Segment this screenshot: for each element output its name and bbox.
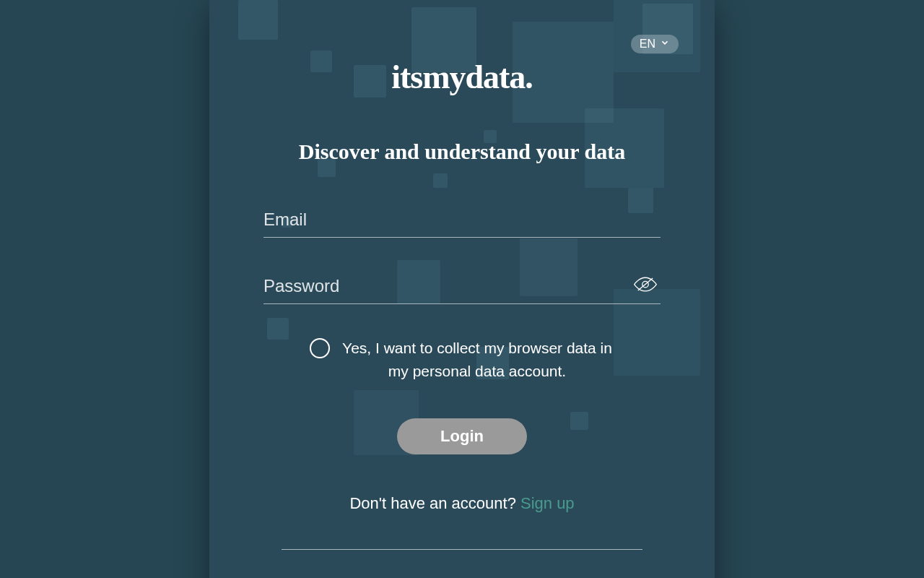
footer-divider bbox=[282, 549, 642, 550]
consent-label: Yes, I want to collect my browser data i… bbox=[340, 337, 614, 382]
email-input-group bbox=[263, 204, 661, 238]
svg-line-1 bbox=[638, 278, 653, 290]
signup-prompt-row: Don't have an account? Sign up bbox=[263, 494, 661, 513]
login-card: EN itsmydata. Discover and understand yo… bbox=[209, 0, 715, 578]
login-button[interactable]: Login bbox=[397, 418, 527, 454]
language-label: EN bbox=[640, 38, 655, 51]
login-form: Yes, I want to collect my browser data i… bbox=[245, 204, 679, 578]
consent-checkbox-row: Yes, I want to collect my browser data i… bbox=[263, 337, 661, 382]
signup-link[interactable]: Sign up bbox=[520, 494, 575, 512]
chevron-down-icon bbox=[660, 38, 670, 51]
brand-logo: itsmydata. bbox=[245, 58, 679, 96]
password-input-group bbox=[263, 270, 661, 304]
email-field[interactable] bbox=[263, 204, 661, 237]
signup-prompt: Don't have an account? bbox=[349, 494, 520, 512]
password-field[interactable] bbox=[263, 270, 661, 303]
toggle-password-visibility-icon[interactable] bbox=[633, 276, 658, 296]
language-selector[interactable]: EN bbox=[631, 35, 679, 53]
page-tagline: Discover and understand your data bbox=[245, 139, 679, 164]
consent-checkbox[interactable] bbox=[310, 338, 330, 358]
